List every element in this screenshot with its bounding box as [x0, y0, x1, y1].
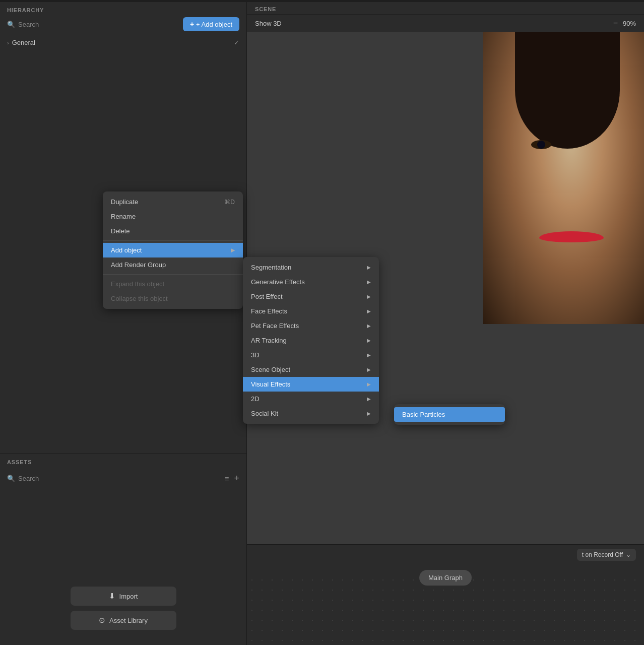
- hierarchy-search-bar: 🔍 Search + + Add object: [0, 17, 246, 35]
- search-icon: 🔍: [7, 21, 15, 28]
- visual-effects-submenu: Basic Particles: [394, 404, 505, 425]
- submenu-3d[interactable]: 3D ▶: [243, 348, 379, 362]
- face-eye: [531, 140, 551, 149]
- record-off-label: t on Record Off: [582, 551, 623, 558]
- import-label: Import: [119, 593, 138, 600]
- main-graph-label: Main Graph: [428, 574, 463, 582]
- context-menu-delete[interactable]: Delete: [103, 224, 243, 238]
- submenu2-basic-particles[interactable]: Basic Particles: [394, 407, 505, 422]
- context-menu-rename[interactable]: Rename: [103, 209, 243, 224]
- context-menu-duplicate[interactable]: Duplicate ⌘D: [103, 195, 243, 209]
- submenu-segmentation[interactable]: Segmentation ▶: [243, 260, 379, 275]
- add-render-group-label: Add Render Group: [111, 261, 166, 269]
- delete-label: Delete: [111, 227, 130, 235]
- pet-face-effects-arrow-icon: ▶: [367, 323, 371, 329]
- submenu-pet-face-effects[interactable]: Pet Face Effects ▶: [243, 318, 379, 333]
- assets-empty-area: [0, 488, 246, 587]
- check-icon: ✓: [234, 39, 239, 46]
- import-icon: ⬇: [109, 592, 115, 601]
- collapse-label: Collapse this object: [111, 295, 168, 302]
- left-panel: HIERARCHY 🔍 Search + + Add object › Gene…: [0, 2, 247, 645]
- assets-section: ASSETS 🔍 Search ≡ + ⬇ Import ⊙: [0, 454, 246, 645]
- hierarchy-search-text: Search: [18, 21, 39, 28]
- asset-library-label: Asset Library: [109, 617, 148, 624]
- visual-effects-label: Visual Effects: [251, 380, 290, 388]
- context-menu-add-object[interactable]: Add object ▶: [103, 243, 243, 257]
- scene-object-arrow-icon: ▶: [367, 367, 371, 372]
- 3d-label: 3D: [251, 351, 260, 359]
- submenu-face-effects[interactable]: Face Effects ▶: [243, 304, 379, 318]
- face-preview: [483, 32, 644, 324]
- face-hair: [515, 32, 620, 149]
- 2d-arrow-icon: ▶: [367, 396, 371, 402]
- dropdown-arrow-icon: ⌄: [626, 551, 631, 558]
- bottom-controls: t on Record Off ⌄: [247, 545, 644, 565]
- hierarchy-search-input[interactable]: 🔍 Search: [7, 21, 180, 28]
- asset-library-icon: ⊙: [99, 616, 105, 625]
- bottom-section: t on Record Off ⌄ Main Graph: [247, 544, 644, 645]
- basic-particles-label: Basic Particles: [402, 411, 445, 418]
- context-menu-add-render-group[interactable]: Add Render Group: [103, 257, 243, 272]
- visual-effects-arrow-icon: ▶: [367, 381, 371, 387]
- social-kit-arrow-icon: ▶: [367, 411, 371, 416]
- plus-icon: +: [190, 20, 194, 28]
- assets-search-icon: 🔍: [7, 475, 15, 482]
- expand-label: Expand this object: [111, 280, 164, 288]
- generative-effects-arrow-icon: ▶: [367, 279, 371, 285]
- post-effect-label: Post Effect: [251, 293, 283, 300]
- face-effects-label: Face Effects: [251, 307, 287, 315]
- chevron-right-icon: ›: [7, 40, 9, 46]
- face-effects-arrow-icon: ▶: [367, 308, 371, 314]
- assets-title: ASSETS: [0, 454, 246, 469]
- context-menu-collapse: Collapse this object: [103, 291, 243, 306]
- add-object-submenu: Segmentation ▶ Generative Effects ▶ Post…: [243, 257, 379, 424]
- 2d-label: 2D: [251, 395, 260, 403]
- segmentation-label: Segmentation: [251, 264, 291, 271]
- context-menu: Duplicate ⌘D Rename Delete Add object ▶ …: [103, 191, 243, 309]
- submenu-generative-effects[interactable]: Generative Effects ▶: [243, 275, 379, 289]
- zoom-minus-icon[interactable]: −: [613, 19, 618, 28]
- show-3d-label: Show 3D: [255, 20, 282, 27]
- ar-tracking-label: AR Tracking: [251, 337, 287, 344]
- context-menu-divider-1: [103, 240, 243, 241]
- duplicate-label: Duplicate: [111, 198, 138, 206]
- import-button[interactable]: ⬇ Import: [71, 587, 176, 606]
- post-effect-arrow-icon: ▶: [367, 294, 371, 299]
- add-object-arrow-icon: ▶: [231, 247, 235, 253]
- zoom-value: 90%: [623, 20, 636, 27]
- scene-title: SCENE: [255, 6, 276, 12]
- submenu-post-effect[interactable]: Post Effect ▶: [243, 289, 379, 304]
- hierarchy-item-general[interactable]: › General ✓: [0, 35, 246, 50]
- assets-search-bar: 🔍 Search ≡ +: [0, 469, 246, 488]
- context-menu-divider-2: [103, 274, 243, 275]
- filter-icon[interactable]: ≡: [225, 474, 229, 483]
- segmentation-arrow-icon: ▶: [367, 265, 371, 270]
- scene-top-row: SCENE: [247, 2, 644, 15]
- hierarchy-general-label: General: [12, 39, 35, 46]
- social-kit-label: Social Kit: [251, 410, 278, 417]
- submenu-2d[interactable]: 2D ▶: [243, 392, 379, 406]
- assets-buttons: ⬇ Import ⊙ Asset Library: [0, 587, 246, 645]
- record-off-dropdown[interactable]: t on Record Off ⌄: [577, 549, 636, 561]
- add-object-menu-label: Add object: [111, 246, 142, 254]
- face-lips: [539, 231, 604, 242]
- add-asset-icon[interactable]: +: [234, 473, 239, 484]
- scene-show3d-row: Show 3D − 90%: [247, 15, 644, 32]
- asset-library-button[interactable]: ⊙ Asset Library: [71, 611, 176, 630]
- ar-tracking-arrow-icon: ▶: [367, 338, 371, 343]
- submenu-social-kit[interactable]: Social Kit ▶: [243, 406, 379, 421]
- add-object-label: + Add object: [196, 21, 232, 28]
- scene-object-label: Scene Object: [251, 366, 290, 373]
- add-object-button[interactable]: + + Add object: [183, 17, 239, 31]
- rename-label: Rename: [111, 213, 136, 220]
- submenu-ar-tracking[interactable]: AR Tracking ▶: [243, 333, 379, 348]
- generative-effects-label: Generative Effects: [251, 278, 305, 286]
- assets-search-text: Search: [18, 475, 39, 482]
- hierarchy-title: HIERARCHY: [0, 2, 246, 17]
- main-graph-button[interactable]: Main Graph: [419, 570, 472, 586]
- duplicate-shortcut: ⌘D: [224, 199, 235, 206]
- context-menu-expand: Expand this object: [103, 277, 243, 291]
- 3d-arrow-icon: ▶: [367, 352, 371, 358]
- submenu-scene-object[interactable]: Scene Object ▶: [243, 362, 379, 377]
- submenu-visual-effects[interactable]: Visual Effects ▶: [243, 377, 379, 392]
